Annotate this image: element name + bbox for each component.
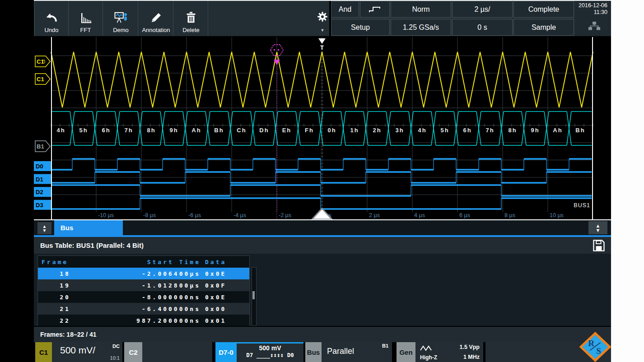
channel-tag-label: B1: [37, 143, 44, 150]
time-label: 11:30: [575, 9, 607, 16]
bus-table-row[interactable]: 20-8.000000ns0x0E: [38, 291, 249, 303]
digital-badge-label: D2: [36, 189, 43, 195]
annotation-icon: [149, 9, 163, 27]
bus-mode-value: Parallel: [327, 347, 354, 356]
panel-resize-toggle[interactable]: ▲▼: [588, 221, 607, 234]
sample-rate-button[interactable]: 1.25 GSa/s: [391, 19, 451, 36]
bus-table-row[interactable]: 22987.200000ns0x01: [38, 315, 249, 326]
digital-badge-D1[interactable]: D1: [34, 174, 51, 184]
delete-button[interactable]: Delete: [174, 1, 208, 36]
trigger-time-marker[interactable]: T: [318, 38, 326, 51]
annotation-button[interactable]: Annotation: [139, 1, 173, 36]
c1-probe-label: 10:1: [110, 355, 120, 361]
save-button[interactable]: [592, 239, 607, 252]
frame-cell: 19: [38, 282, 92, 289]
digital-d70-badge[interactable]: D7-0: [215, 342, 237, 362]
channel-tag-c1-trigger[interactable]: C1: [35, 56, 50, 67]
trigger-setup-button[interactable]: Setup: [331, 19, 390, 36]
bus-hex-label: 6h: [102, 127, 110, 134]
channel-tag-c1[interactable]: C1: [35, 74, 50, 84]
channel-c1-badge[interactable]: C1: [35, 342, 52, 362]
bus-table-row[interactable]: 18-2.006400µs0x0E: [38, 268, 249, 279]
waveform-display[interactable]: 4h5h6h7h8h9hAhBhChDhEhFh0h1h2h3h4h5h6h7h…: [34, 36, 611, 220]
channel-c1-settings[interactable]: 500 mV/ DC 10:1: [52, 342, 122, 362]
c1-scale-value: 500 mV/: [60, 345, 95, 356]
svg-text:R: R: [588, 339, 595, 348]
trigger-slope-button[interactable]: [360, 1, 390, 18]
digital-waveform-D3: [51, 198, 592, 209]
bus-table-rows: 18-2.006400µs0x0E19-1.012800µs0x0F20-8.0…: [38, 268, 249, 326]
fft-button[interactable]: FFT: [69, 1, 103, 36]
d70-scale-value: 500 mV: [237, 344, 303, 352]
digital-badge-label: D1: [36, 176, 43, 183]
time-axis-label: 10 µs: [550, 212, 564, 218]
status-grid: And Setup Norm 1.25 GSa/s 2 µs/ 0 s Comp…: [331, 1, 574, 36]
bus-badge[interactable]: Bus: [305, 342, 322, 362]
bus-hex-label: Bh: [214, 127, 224, 134]
data-cell: 0x0E: [201, 270, 247, 277]
horizontal-position-label: 0 s: [477, 23, 487, 32]
bus-hex-label: 2h: [373, 127, 381, 134]
gen-amplitude-value: 1.5 Vpp: [460, 344, 480, 350]
bus-settings[interactable]: Parallel B1: [322, 342, 392, 362]
datetime-display[interactable]: 2016-12-06 11:30: [575, 1, 611, 36]
bus-table-row[interactable]: 21-6.400000ns0x00: [38, 303, 249, 315]
network-icon: [588, 22, 600, 32]
channel-c2-badge[interactable]: C2: [124, 342, 142, 362]
acquisition-state-label: Complete: [528, 5, 559, 14]
graticule: [51, 37, 593, 212]
date-label: 2016-12-06: [575, 2, 607, 9]
d70-msb-label: D7: [246, 352, 253, 358]
screen-right-margin: [611, 0, 644, 362]
bus-hex-label: 9h: [169, 127, 178, 134]
gen-badge-label: Gen: [399, 348, 412, 356]
acquisition-state-button[interactable]: Complete: [513, 1, 574, 18]
digital-badge-label: D0: [36, 163, 43, 170]
bus-hex-label: Eh: [282, 127, 292, 134]
start-time-cell: -6.400000ns: [92, 306, 201, 312]
trigger-setup-label: Setup: [351, 23, 370, 32]
table-scrollbar[interactable]: [252, 267, 257, 326]
bus-hex-label: Ch: [237, 127, 246, 134]
timebase-label: 2 µs/: [474, 5, 490, 14]
trigger-logic-button[interactable]: And: [331, 1, 359, 18]
sample-rate-label: 1.25 GSa/s: [403, 23, 439, 32]
time-axis-label: 2 µs: [369, 212, 380, 218]
channel-tag-b1[interactable]: B1: [35, 141, 50, 152]
c1-badge-label: C1: [39, 348, 48, 356]
tab-bus[interactable]: Bus: [54, 220, 123, 235]
d70-bit-pattern: D7 ____↕↕↕↕ D0: [237, 352, 303, 358]
generator-badge[interactable]: Gen: [397, 342, 415, 362]
horizontal-position-button[interactable]: 0 s: [452, 19, 513, 36]
trigger-arrow-icon: [318, 38, 326, 44]
tab-collapse-toggle[interactable]: ▲▼: [37, 222, 51, 234]
digital-badge-D0[interactable]: D0: [34, 161, 51, 171]
bus-hex-label: 7h: [124, 127, 133, 134]
frame-cell: 22: [38, 317, 92, 324]
undo-button[interactable]: Undo: [34, 1, 69, 36]
toolbar-expand-caret[interactable]: ▼: [318, 28, 327, 32]
generator-settings[interactable]: High-Z 1.5 Vpp 1 MHz: [415, 342, 483, 362]
bus-hex-label: Dh: [259, 127, 269, 134]
digital-d70-settings[interactable]: 500 mV D7 ____↕↕↕↕ D0: [237, 342, 303, 362]
channel-c2-settings[interactable]: [142, 342, 212, 362]
acquisition-mode-button[interactable]: Sample: [513, 19, 574, 36]
time-axis-label: 8 µs: [504, 212, 515, 218]
save-icon: [592, 239, 606, 252]
bus-table-row[interactable]: 19-1.012800µs0x0F: [38, 279, 249, 291]
bus-hex-label: Ah: [191, 127, 201, 134]
result-tab-bar: ▲▼ Bus ▲▼: [34, 220, 611, 237]
bus-hex-label: 7h: [485, 127, 494, 134]
start-time-cell: -2.006400µs: [92, 270, 201, 277]
timebase-button[interactable]: 2 µs/: [452, 1, 513, 18]
data-cell: 0x0E: [201, 294, 247, 301]
delete-icon: [184, 9, 198, 27]
trigger-mode-button[interactable]: Norm: [391, 1, 451, 18]
digital-badge-D2[interactable]: D2: [34, 187, 51, 197]
demo-button[interactable]: Demo: [104, 1, 138, 36]
bus-hex-label: 9h: [531, 127, 539, 134]
table-scrollbar-thumb[interactable]: [252, 291, 255, 299]
time-axis-label: 6 µs: [459, 212, 470, 218]
digital-badge-D3[interactable]: D3: [34, 200, 51, 210]
channel-tag-label: C1: [37, 76, 44, 83]
